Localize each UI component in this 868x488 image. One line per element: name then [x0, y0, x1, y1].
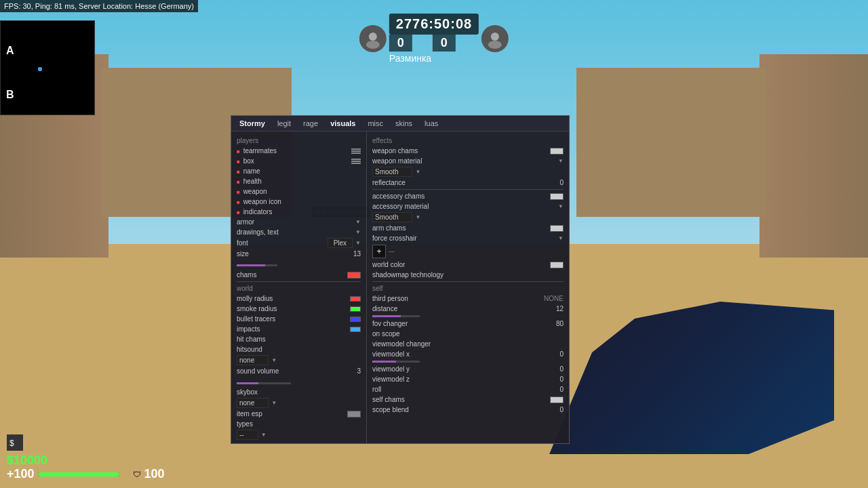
- divider-1: [237, 281, 361, 282]
- none-dropdown-1[interactable]: none: [237, 355, 269, 365]
- item-weapon-chams: weapon chams: [372, 146, 564, 156]
- types-arrow[interactable]: ▼: [261, 432, 267, 438]
- self-chams-toggle[interactable]: [550, 396, 564, 403]
- item-label-indicators: ■ indicators: [237, 208, 361, 216]
- minimap-label-b: B: [6, 89, 14, 101]
- score-left: 0: [389, 35, 412, 52]
- skybox-dropdown[interactable]: none: [237, 398, 269, 408]
- third-person-value: NONE: [544, 295, 564, 302]
- smooth-1-arrow[interactable]: ▼: [415, 169, 420, 175]
- sound-volume-slider[interactable]: [237, 382, 291, 384]
- visuals-menu-panel[interactable]: Stormy legit rage visuals misc skins lua…: [231, 115, 570, 444]
- item-indicators: ■ indicators: [237, 207, 361, 217]
- item-viewmodel-y: viewmodel y 0: [372, 364, 564, 374]
- weapon-chams-toggle[interactable]: [550, 148, 564, 155]
- item-fov-changer: fov changer 80: [372, 319, 564, 329]
- menu-left-column: players ■ teammates ■ box: [231, 131, 367, 443]
- crosshair-symbol: +: [376, 247, 381, 256]
- scope-blend-value: 0: [550, 406, 564, 413]
- roll-value: 0: [550, 386, 564, 393]
- section-world: world: [237, 285, 361, 292]
- fps-ping-text: FPS: 30, Ping: 81 ms, Server Location: H…: [4, 2, 194, 10]
- arm-chams-toggle[interactable]: [550, 225, 564, 232]
- weapon-in-hand: [529, 285, 868, 488]
- item-label-accessory-material: accessory material: [372, 203, 555, 210]
- item-label-self-chams: self chams: [372, 396, 550, 403]
- wall-right: [760, 54, 868, 258]
- size-slider-row: [237, 260, 361, 268]
- drawings-dropdown-arrow[interactable]: ▼: [355, 229, 361, 235]
- force-crosshair-arrow[interactable]: ▼: [558, 235, 564, 241]
- size-slider[interactable]: [237, 264, 277, 266]
- item-label-distance: distance: [372, 305, 550, 312]
- font-value[interactable]: Plex: [328, 238, 353, 248]
- tab-stormy[interactable]: Stormy: [234, 117, 271, 129]
- scoreboard: 2776:50:08 0 0 Разминка: [359, 14, 509, 64]
- dot-weapon-icon: ■: [237, 199, 240, 205]
- weapon-material-arrow[interactable]: ▼: [558, 158, 564, 164]
- item-label-viewmodel-y: viewmodel y: [372, 365, 550, 373]
- world-color-toggle[interactable]: [550, 262, 564, 268]
- item-esp: item esp: [237, 409, 361, 419]
- item-impacts: impacts: [237, 324, 361, 334]
- svg-point-1: [366, 41, 380, 49]
- tab-legit[interactable]: legit: [272, 117, 296, 129]
- item-label-viewmodel-changer: viewmodel changer: [372, 340, 564, 348]
- ctrl-teammates: [351, 148, 361, 154]
- tracers-color[interactable]: [350, 317, 361, 322]
- item-smoke-radius: smoke radius: [237, 304, 361, 314]
- economy-display: $ $10000: [7, 434, 47, 468]
- tab-visuals[interactable]: visuals: [325, 117, 361, 129]
- item-hitsound: hitsound: [237, 344, 361, 354]
- tab-luas[interactable]: luas: [419, 117, 443, 129]
- toggle-box[interactable]: [351, 159, 361, 164]
- menu-tabs: Stormy legit rage visuals misc skins lua…: [231, 116, 569, 131]
- item-label-font: font: [237, 239, 328, 247]
- tab-rage[interactable]: rage: [298, 117, 323, 129]
- viewmodel-z-value: 0: [550, 375, 564, 383]
- tab-skins[interactable]: skins: [390, 117, 418, 129]
- smooth-dropdown-2[interactable]: Smooth: [372, 212, 412, 222]
- sound-volume-slider-row: [237, 378, 361, 386]
- impacts-color[interactable]: [350, 327, 361, 332]
- item-hit-chams: hit chams: [237, 334, 361, 344]
- item-label-size: size: [237, 250, 347, 258]
- smoke-color[interactable]: [350, 306, 361, 312]
- molly-color[interactable]: [350, 296, 361, 302]
- health-bar: [38, 472, 119, 476]
- accessory-chams-toggle[interactable]: [550, 193, 564, 200]
- item-label-viewmodel-z: viewmodel z: [372, 375, 550, 383]
- svg-point-0: [369, 33, 377, 41]
- skybox-arrow[interactable]: ▼: [271, 400, 277, 406]
- viewmodel-x-value: 0: [550, 350, 564, 358]
- item-roll: roll 0: [372, 384, 564, 394]
- none-1-arrow[interactable]: ▼: [271, 357, 277, 363]
- player-dot: [38, 67, 42, 71]
- item-armor: armor ▼: [237, 217, 361, 227]
- svg-point-2: [491, 33, 499, 41]
- item-esp-toggle[interactable]: [347, 411, 361, 418]
- item-world-color: world color: [372, 260, 564, 270]
- crosshair-preview-row: + —: [372, 245, 564, 258]
- types-dropdown[interactable]: --: [237, 430, 258, 440]
- item-reflectance: reflectance 0: [372, 178, 564, 188]
- tab-misc[interactable]: misc: [362, 117, 389, 129]
- toggle-teammates[interactable]: [351, 148, 361, 154]
- item-box: ■ box: [237, 156, 361, 166]
- item-label-box: ■ box: [237, 157, 351, 165]
- divider-r1: [372, 189, 564, 190]
- accessory-material-arrow[interactable]: ▼: [558, 203, 564, 209]
- chams-color-swatch[interactable]: [347, 272, 361, 279]
- item-label-smoke-radius: smoke radius: [237, 305, 350, 312]
- distance-slider[interactable]: [372, 315, 420, 317]
- item-label-viewmodel-x: viewmodel x: [372, 350, 550, 358]
- section-self: self: [372, 285, 564, 292]
- item-smooth-2: Smooth ▼: [372, 211, 564, 223]
- divider-r2: [372, 281, 564, 282]
- viewmodel-x-slider[interactable]: [372, 361, 420, 363]
- font-dropdown-arrow[interactable]: ▼: [355, 240, 361, 246]
- smooth-2-arrow[interactable]: ▼: [415, 214, 420, 220]
- smooth-dropdown-1[interactable]: Smooth: [372, 167, 412, 177]
- armor-dropdown-arrow[interactable]: ▼: [355, 219, 361, 225]
- minimap-label-a: A: [6, 45, 14, 57]
